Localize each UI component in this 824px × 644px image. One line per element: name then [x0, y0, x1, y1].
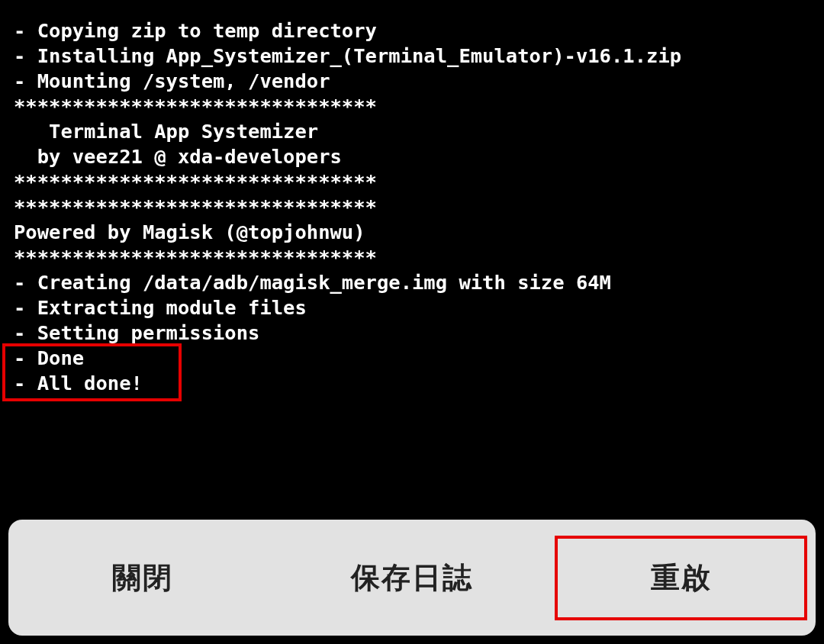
button-bar: 關閉 保存日誌 重啟	[8, 520, 816, 636]
terminal-output: - Copying zip to temp directory - Instal…	[14, 18, 810, 396]
reboot-button[interactable]: 重啟	[546, 520, 816, 636]
close-button[interactable]: 關閉	[8, 520, 278, 636]
save-log-button[interactable]: 保存日誌	[278, 520, 547, 636]
